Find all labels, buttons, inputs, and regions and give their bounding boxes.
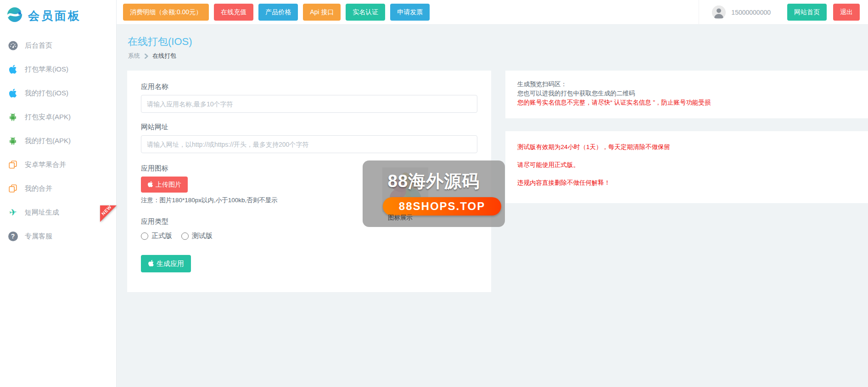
sidebar-menu: 后台首页 打包苹果(iOS) 我的打包(iOS) — [0, 33, 116, 248]
notice-line: 请尽可能使用正式版。 — [517, 161, 856, 169]
radio-official[interactable]: 正式版 — [141, 232, 172, 240]
breadcrumb-root[interactable]: 系统 — [128, 52, 140, 60]
radio-test-input[interactable] — [181, 232, 189, 240]
upload-image-label: 上传图片 — [156, 181, 181, 189]
sidebar-item-label: 打包苹果(iOS) — [25, 65, 68, 74]
app-name-label: 应用名称 — [141, 83, 477, 91]
brand-logo: 会员面板 — [0, 0, 116, 27]
generate-app-label: 生成应用 — [157, 260, 184, 268]
sidebar-item-label: 我的打包(iOS) — [25, 89, 68, 98]
site-home-button[interactable]: 网站首页 — [787, 4, 827, 21]
radio-official-input[interactable] — [141, 232, 148, 240]
sidebar-item-label: 打包安卓(APK) — [25, 113, 71, 122]
product-price-button[interactable]: 产品价格 — [258, 4, 298, 21]
site-url-input[interactable] — [141, 135, 477, 153]
question-icon: ? — [7, 232, 19, 241]
radio-test[interactable]: 测试版 — [181, 232, 213, 240]
sidebar-item-dashboard[interactable]: 后台首页 — [0, 33, 116, 57]
sidebar-item-my-package-ios[interactable]: 我的打包(iOS) — [0, 81, 116, 105]
notice-line: 违规内容直接删除不做任何解释！ — [517, 179, 856, 187]
user-phone: 15000000000 — [731, 9, 771, 16]
sidebar-item-package-ios[interactable]: 打包苹果(iOS) — [0, 57, 116, 81]
watermark-overlay: 88海外源码 88SHOPS.TOP — [363, 160, 505, 227]
breadcrumb: 系统 在线打包 — [128, 52, 176, 60]
sidebar-item-label: 短网址生成 — [25, 208, 59, 217]
radio-official-label: 正式版 — [151, 232, 172, 240]
icon-preview-caption: 图标展示 — [388, 214, 413, 222]
merge-icon — [7, 160, 19, 170]
qr-preview-line1: 生成预览扫码区： — [517, 80, 856, 89]
new-badge-label: NEW — [101, 204, 112, 216]
avatar — [712, 6, 726, 19]
topbar-divider — [699, 0, 699, 25]
sidebar-item-merge[interactable]: 安卓苹果合并 — [0, 153, 116, 177]
radio-test-label: 测试版 — [192, 232, 213, 240]
android-icon — [7, 112, 19, 122]
upload-image-button[interactable]: 上传图片 — [141, 177, 188, 193]
consumption-detail-button[interactable]: 消费明细（余额:0.00元） — [123, 4, 209, 21]
site-url-label: 网站网址 — [141, 123, 477, 132]
api-button[interactable]: Api 接口 — [303, 4, 341, 21]
watermark-title: 88海外源码 — [363, 170, 505, 193]
recharge-button[interactable]: 在线充值 — [214, 4, 253, 21]
invoice-button[interactable]: 申请发票 — [390, 4, 430, 21]
android-icon — [7, 136, 19, 146]
apple-icon — [7, 88, 19, 98]
plane-icon: ✈ — [7, 207, 19, 218]
sidebar-item-label: 我的合并 — [25, 184, 52, 193]
new-badge: NEW — [100, 205, 117, 222]
apple-icon — [7, 64, 19, 74]
sidebar-item-label: 专属客服 — [25, 232, 52, 241]
sidebar-item-my-merge[interactable]: 我的合并 — [0, 177, 116, 200]
merge-icon — [7, 183, 19, 194]
notice-line: 测试版有效期为24小时（1天），每天定期清除不做保留 — [517, 143, 856, 151]
apple-icon — [147, 181, 153, 189]
topbar-user-area: 15000000000 网站首页 退出 — [699, 0, 860, 25]
realname-auth-button[interactable]: 实名认证 — [346, 4, 385, 21]
sidebar-item-label: 后台首页 — [25, 41, 52, 50]
sidebar-item-package-apk[interactable]: 打包安卓(APK) — [0, 105, 116, 129]
sidebar-item-label: 我的打包(APK) — [25, 137, 71, 145]
breadcrumb-current: 在线打包 — [152, 52, 176, 60]
sidebar-item-support[interactable]: ? 专属客服 — [0, 224, 116, 248]
app-name-input[interactable] — [141, 95, 477, 113]
app-window: 会员面板 后台首页 — [0, 0, 868, 387]
logout-button[interactable]: 退出 — [833, 4, 860, 21]
qr-preview-line2: 您也可以进我的打包中获取您生成的二维码 — [517, 89, 856, 98]
realname-warning-text: 您的账号实名信息不完整，请尽快“ 认证实名信息 ”，防止账号功能受损 — [517, 98, 856, 107]
dashboard-icon — [7, 40, 19, 51]
sidebar: 会员面板 后台首页 — [0, 0, 117, 387]
generate-app-button[interactable]: 生成应用 — [141, 255, 191, 272]
notice-panel: 测试版有效期为24小时（1天），每天定期清除不做保留 请尽可能使用正式版。 违规… — [505, 131, 868, 203]
chevron-right-icon — [144, 54, 149, 59]
sidebar-item-label: 安卓苹果合并 — [25, 160, 66, 169]
brand-title: 会员面板 — [28, 8, 81, 23]
qr-preview-panel: 生成预览扫码区： 您也可以进我的打包中获取您生成的二维码 您的账号实名信息不完整… — [505, 71, 868, 118]
main-content: 在线打包(IOS) 系统 在线打包 应用名称 网站网址 应用图标 上传图片 注意… — [117, 25, 868, 387]
page-title: 在线打包(IOS) — [128, 35, 192, 49]
brand-logo-icon — [6, 6, 23, 25]
sidebar-item-my-package-apk[interactable]: 我的打包(APK) — [0, 129, 116, 153]
sidebar-item-short-url[interactable]: ✈ 短网址生成 — [0, 200, 116, 224]
watermark-domain: 88SHOPS.TOP — [383, 197, 501, 216]
apple-icon — [148, 260, 154, 268]
topbar: 消费明细（余额:0.00元） 在线充值 产品价格 Api 接口 实名认证 申请发… — [117, 0, 868, 25]
app-type-options: 正式版 测试版 — [141, 232, 477, 240]
